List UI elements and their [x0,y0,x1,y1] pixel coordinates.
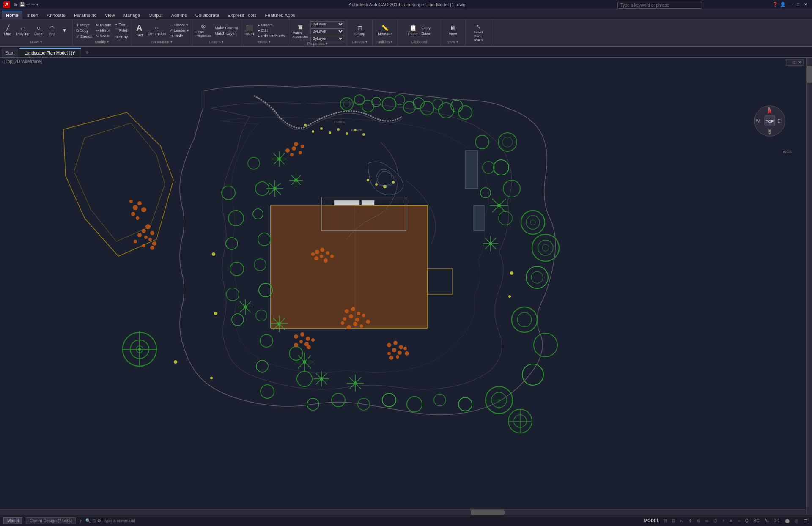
modify-array-button[interactable]: ⊞Array [113,34,129,39]
cmd-icon-zoom[interactable]: 🔍 [85,518,91,523]
annotation-text-button[interactable]: A Text [134,23,145,38]
svg-point-195 [304,124,307,126]
make-current-button[interactable]: Make Current [214,25,239,30]
match-layer-button[interactable]: Match Layer [214,31,239,36]
tab-expresstools[interactable]: Express Tools [223,11,261,19]
viewport-close-icon[interactable]: ✕ [798,60,801,65]
wcs-label: WCS [783,150,792,154]
new-tab-button[interactable]: + [82,47,92,57]
qa-redo[interactable]: ↪ [31,2,35,7]
paste-button[interactable]: 📋 Paste [406,24,420,37]
modify-mirror-button[interactable]: ⇔Mirror [94,28,112,33]
annotation-leader-button[interactable]: ↗Leader ▾ [168,28,190,33]
scrollbar-right[interactable] [806,58,812,515]
app-icon[interactable]: A [3,1,10,8]
block-create-button[interactable]: ▸ Create [257,22,286,27]
tp-toggle[interactable]: ○ [736,518,741,523]
qa-dropdown[interactable]: ▾ [36,2,38,7]
sc-toggle[interactable]: SC [752,518,761,523]
otrack-toggle[interactable]: ∞ [704,518,710,523]
compass-widget[interactable]: E W N S TOP [753,104,787,138]
clipboard-group-label: Clipboard [411,40,427,45]
custstatusbar-btn[interactable]: ☰ [802,518,809,523]
cmd-icon-filter[interactable]: ⊟ [92,518,96,523]
tab-annotate[interactable]: Annotate [43,11,70,19]
ortho-toggle[interactable]: ⊾ [679,518,685,523]
select-icon: ↖ [476,24,481,30]
block-edit-button[interactable]: ▸ Edit [257,28,286,33]
bylayer-linetype-select[interactable]: ByLayer [310,28,344,34]
modify-rotate-button[interactable]: ↻Rotate [94,22,112,27]
clipboard-base-button[interactable]: Base [420,31,432,36]
qp-toggle[interactable]: Q [744,518,750,523]
draw-arc-button[interactable]: ◠ Arc [46,24,58,37]
measure-button[interactable]: 📏 Measure [376,24,394,37]
viewport-minimize-icon[interactable]: — [788,60,792,65]
close-button[interactable]: ✕ [803,2,809,8]
tab-parametric[interactable]: Parametric [70,11,101,19]
bylayer-lineweight-select[interactable]: ByLayer [310,36,344,41]
svg-point-155 [294,142,298,146]
anno-toggle[interactable]: A₁ [763,518,770,523]
cmd-icon-settings[interactable]: ⚙ [97,518,101,523]
osnap-toggle[interactable]: ⊙ [696,518,702,523]
grid-toggle[interactable]: ⊞ [662,518,668,523]
draw-circle-button[interactable]: ○ Circle [32,24,45,37]
layer-properties-button[interactable]: ⊗ LayerProperties [194,22,213,38]
lw-toggle[interactable]: ≡ [729,518,734,523]
modify-move-button[interactable]: ✛Move [75,22,94,27]
tab-output[interactable]: Output [145,11,167,19]
modify-trim-button[interactable]: ✂Trim [113,22,129,27]
command-input[interactable] [103,518,170,523]
tab-insert[interactable]: Insert [22,11,43,19]
hardwareaccel-toggle[interactable]: ⬤ [784,518,791,523]
active-document-tab[interactable]: Landscape Plan Model (1)* [19,48,81,57]
qa-undo[interactable]: ↩ [26,2,30,7]
block-insert-button[interactable]: ⬛ Insert [243,24,256,37]
start-tab[interactable]: Start [2,49,18,57]
svg-point-143 [150,231,154,235]
snap-toggle[interactable]: ⊡ [670,518,676,523]
tab-view[interactable]: View [101,11,119,19]
tab-collaborate[interactable]: Collaborate [191,11,223,19]
help-icon[interactable]: ❓ [772,2,778,7]
modify-stretch-button[interactable]: ⤢Stretch [75,34,94,39]
polar-toggle[interactable]: ✛ [687,518,693,523]
modify-fillet-button[interactable]: ⌒Fillet [113,27,129,34]
svg-point-193 [396,355,399,359]
annotation-dimension-button[interactable]: ↔ Dimension [146,24,168,37]
tab-home[interactable]: Home [2,11,22,19]
bylayer-color-select[interactable]: ByLayer [310,21,344,27]
qa-save[interactable]: 💾 [19,2,25,7]
tab-manage[interactable]: Manage [119,11,145,19]
layout-tab[interactable]: Comm Design (24x36) [26,517,76,524]
annotation-table-button[interactable]: ⊞Table [168,33,190,38]
modify-copy-button[interactable]: ⧉Copy [75,28,94,33]
match-properties-button[interactable]: ▣ MatchProperties [291,23,309,39]
ducs-toggle[interactable]: ⬡ [712,518,719,523]
new-layout-button[interactable]: + [79,518,82,524]
modify-scale-button[interactable]: ⤡Scale [94,33,112,38]
select-mode-button[interactable]: ↖ SelectModeTouch [472,23,485,43]
clipboard-copy-button[interactable]: Copy [420,25,432,30]
scrollbar-bottom[interactable] [0,509,806,515]
maximize-button[interactable]: □ [795,2,801,8]
isolate-toggle[interactable]: ◎ [793,518,800,523]
model-tab[interactable]: Model [3,517,22,524]
group-button[interactable]: ⊟ Group [353,24,367,37]
draw-polyline-button[interactable]: ⌐ Polyline [14,24,31,37]
ws-display[interactable]: 1:1 [773,518,781,523]
draw-more-button[interactable]: ▾ [59,26,71,35]
account-icon[interactable]: 👤 [780,2,786,7]
dyn-toggle[interactable]: + [721,518,726,523]
annotation-linear-button[interactable]: —Linear ▾ [168,22,190,27]
tab-featuredapps[interactable]: Featured Apps [261,11,299,19]
tab-addins[interactable]: Add-ins [167,11,191,19]
search-input[interactable] [617,2,702,9]
draw-line-button[interactable]: ╱ Line [2,24,14,37]
view-button[interactable]: 🖥 View [447,24,459,37]
qa-new[interactable]: 🗁 [14,2,18,7]
block-editattr-button[interactable]: ▸ Edit Attributes [257,33,286,38]
minimize-button[interactable]: — [787,2,793,8]
viewport-maximize-icon[interactable]: □ [794,60,796,65]
